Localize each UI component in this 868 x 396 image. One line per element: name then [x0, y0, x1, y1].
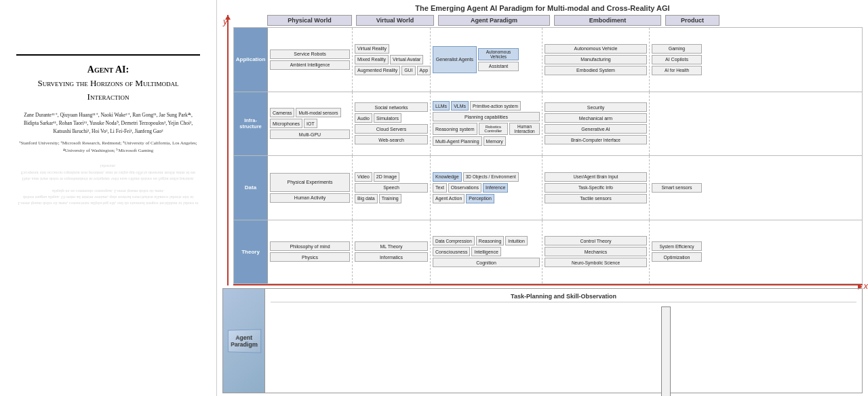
- chart-title: The Emerging Agent AI Paradigm for Multi…: [222, 4, 863, 12]
- row-label-theory: Theory: [234, 220, 268, 284]
- row-label-data: Data: [234, 156, 268, 220]
- cell-data-compression: Data Compression: [433, 236, 475, 245]
- agent-paradigm-3d: AgentParadigm: [223, 289, 265, 393]
- cell-llms: LLMs: [433, 101, 450, 111]
- cell-generative-ai: Generative AI: [545, 124, 647, 134]
- cell-3d-objects: 3D Objects / Environment: [463, 172, 519, 182]
- cell-informatics: Informatics: [355, 252, 428, 262]
- col-header-agent: Agent Paradigm: [438, 15, 550, 26]
- row-theory: Theory Philosophy of mind Physics ML The…: [233, 220, 863, 285]
- cell-ml-theory: ML Theory: [355, 241, 428, 251]
- cell-reasoning-system: Reasoning system: [433, 123, 477, 135]
- cell-smart-sensors: Smart sensors: [652, 183, 702, 193]
- col-header-physical: Physical World: [267, 15, 352, 26]
- cell-observations: Observations: [448, 183, 481, 193]
- theory-embodiment: Control Theory Mechanics Neuro-Symbolic …: [542, 220, 650, 284]
- data-physical: Physical Experiments Human Activity: [268, 156, 353, 220]
- cell-service-robots: Service Robots: [270, 50, 350, 59]
- cell-agent-action: Agent Action: [433, 194, 465, 203]
- cell-autonomous-vehicle: Autonomous Vehicle: [545, 44, 647, 54]
- infra-agent: LLMs VLMs Primitive-action system Planni…: [431, 92, 542, 156]
- cell-control-theory: Control Theory: [545, 236, 647, 245]
- app-product: Gaming AI Copilots AI for Health: [650, 28, 704, 92]
- cell-user-agent-brain: User/Agent Brain Input: [545, 172, 647, 182]
- cell-perception: Perception: [466, 194, 494, 203]
- axes-container: y Physical World Virtual World Agent Par…: [222, 15, 863, 285]
- cell-web-search: Web-search: [355, 135, 428, 144]
- cell-gui: GUI: [401, 66, 415, 75]
- cell-2d-image: 2D Image: [374, 172, 399, 182]
- cell-system-efficiency: System Efficiency: [652, 241, 702, 251]
- top-section: y Physical World Virtual World Agent Par…: [222, 15, 863, 285]
- cell-physics: Physics: [270, 252, 350, 262]
- cell-audio: Audio: [355, 113, 372, 123]
- feedback-container: Feedback: [661, 306, 671, 396]
- flow-diagram: Environment ↓ Controller ↓ Action → Perc…: [271, 306, 856, 396]
- cell-ai-for-health: AI for Health: [652, 66, 702, 75]
- cell-planning-capabilities: Planning capabilities: [433, 112, 540, 121]
- cell-autonomous-vehicles: Autonomous Vehicles: [478, 48, 519, 60]
- cell-text: Text: [433, 183, 447, 193]
- cell-brain-computer: Brain-Computer Interface: [545, 135, 647, 144]
- col-headers-row: Physical World Virtual World Agent Parad…: [267, 15, 863, 26]
- app-embodiment: Autonomous Vehicle Manufacturing Embodie…: [542, 28, 650, 92]
- cell-tactile-sensors: Tactile sensors: [545, 194, 647, 203]
- y-axis-arrow: [225, 15, 231, 20]
- cell-cloud-servers: Cloud Servers: [355, 124, 428, 134]
- flow-title: Task-Planning and Skill-Observation: [271, 293, 856, 302]
- cell-virtual-avatar: Virtual Avatar: [390, 55, 423, 64]
- cell-social-networks: Social networks: [355, 102, 428, 112]
- cell-virtual-reality: Virtual Reality: [355, 44, 389, 54]
- cell-training: Training: [379, 194, 401, 203]
- theory-virtual: ML Theory Informatics: [353, 220, 431, 284]
- cell-speech: Speech: [355, 183, 428, 193]
- cell-app: App: [417, 66, 431, 75]
- cell-security: Security: [545, 102, 647, 112]
- bottom-section: AgentParadigm Task-Planning and Skill-Ob…: [222, 288, 863, 393]
- cell-video: Video: [355, 172, 372, 182]
- cell-cognition: Cognition: [433, 258, 540, 267]
- bottom-flow: Task-Planning and Skill-Observation Envi…: [265, 289, 862, 393]
- cell-reasoning: Reasoning: [476, 236, 504, 245]
- col-header-embodiment: Embodiment: [554, 15, 661, 26]
- cell-mechanical-arm: Mechanical arm: [545, 113, 647, 123]
- cell-iot: IOT: [304, 119, 317, 128]
- data-virtual: Video 2D Image Speech Big data Training: [353, 156, 431, 220]
- app-agent: Generalist Agents Autonomous Vehicles As…: [431, 28, 542, 92]
- cell-memory-infra: Memory: [484, 136, 506, 146]
- infra-virtual: Social networks Audio Simulators Cloud S…: [353, 92, 431, 156]
- main-grid: Physical World Virtual World Agent Parad…: [233, 15, 863, 285]
- cell-philosophy: Philosophy of mind: [270, 241, 350, 251]
- cell-optimization: Optimization: [652, 252, 702, 262]
- cell-multi-gpu: Multi-GPU: [270, 130, 350, 139]
- cell-vlms: VLMs: [451, 101, 469, 111]
- feedback-label: Feedback: [661, 306, 671, 396]
- authors: Zane Durante¹¹⁺, Qiuyuan Huang²¹⁺, Naoki…: [16, 111, 200, 136]
- abstract: Lorem ipsum dolor sit amet, consectetur …: [16, 163, 200, 207]
- col-header-virtual: Virtual World: [356, 15, 434, 26]
- theory-product: System Efficiency Optimization: [650, 220, 704, 284]
- cell-simulators: Simulators: [374, 113, 401, 123]
- app-virtual: Virtual Reality Mixed Reality Virtual Av…: [353, 28, 431, 92]
- cell-neuro-symbolic: Neuro-Symbolic Science: [545, 258, 647, 267]
- cell-inference: Inference: [483, 183, 508, 193]
- data-embodiment: User/Agent Brain Input Task-Specific Inf…: [542, 156, 650, 220]
- paper-title-line1: Agent AI:: [16, 62, 200, 77]
- cell-human-interaction: Human Interaction: [509, 123, 540, 135]
- cell-physical-experiments: Physical Experiments: [270, 173, 350, 192]
- cell-assistant: Assistant: [478, 62, 519, 71]
- row-data: Data Physical Experiments Human Activity…: [233, 156, 863, 220]
- cell-human-activity: Human Activity: [270, 193, 350, 203]
- cell-ai-copilots: AI Copilots: [652, 55, 702, 64]
- paper-title-line2: Surveying the Horizons of Multimodal Int…: [16, 77, 200, 103]
- y-axis-line: [227, 15, 229, 285]
- cell-ambient-intelligence: Ambient Intelligence: [270, 60, 350, 70]
- x-axis-label: x: [864, 281, 869, 291]
- data-product: Smart sensors: [650, 156, 704, 220]
- theory-agent: Data Compression Reasoning Intuition Con…: [431, 220, 542, 284]
- col-header-product: Product: [665, 15, 719, 26]
- row-label-application: Application: [234, 28, 268, 92]
- infra-embodiment: Security Mechanical arm Generative AI Br…: [542, 92, 650, 156]
- cell-gaming: Gaming: [652, 44, 702, 54]
- cell-mechanics: Mechanics: [545, 247, 647, 256]
